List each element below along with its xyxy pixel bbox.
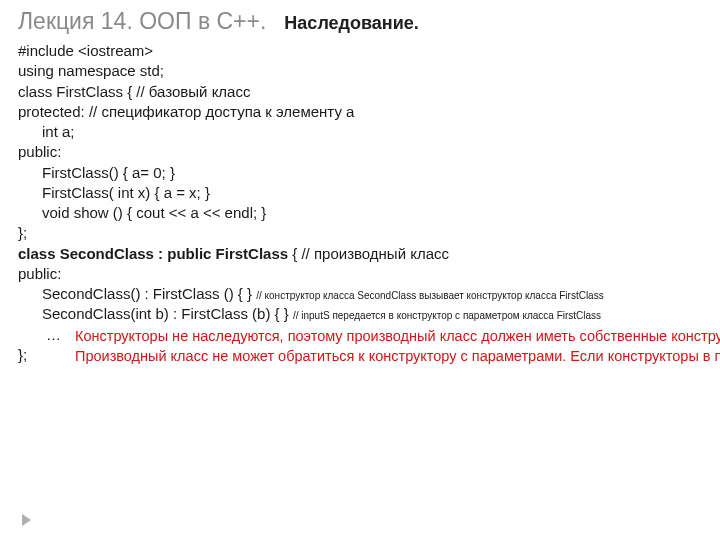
note-block: Конструкторы не наследуются, поэтому про…	[75, 325, 665, 369]
arrow-right-icon	[22, 514, 31, 526]
note-paragraph: Конструкторы не наследуются, поэтому про…	[75, 327, 665, 346]
code-text: { // производный класс	[288, 245, 449, 262]
title-row: Лекция 14. ООП в С++. Наследование.	[18, 8, 702, 35]
lecture-title: Лекция 14. ООП в С++.	[18, 8, 266, 35]
code-line: …	[18, 325, 61, 345]
code-comment-small: // конструктор класса SecondClass вызыва…	[256, 290, 603, 301]
code-line: int a;	[18, 122, 702, 142]
code-line: protected: // спецификатор доступа к эле…	[18, 102, 702, 122]
slide: Лекция 14. ООП в С++. Наследование. #inc…	[0, 0, 720, 540]
code-text-bold: class SecondClass : public FirstClass	[18, 245, 288, 262]
code-text: SecondClass() : FirstClass () { }	[42, 285, 256, 302]
code-comment: // спецификатор доступа к элементу а	[85, 103, 355, 120]
code-text: protected:	[18, 103, 85, 120]
code-line: class SecondClass : public FirstClass { …	[18, 244, 702, 264]
code-text: class FirstClass {	[18, 83, 132, 100]
code-block: #include <iostream> using namespace std;…	[18, 41, 702, 368]
code-line: SecondClass(int b) : FirstClass (b) { } …	[18, 304, 702, 324]
code-tail: … };	[18, 325, 61, 366]
code-comment: // базовый класс	[132, 83, 250, 100]
code-line: using namespace std;	[18, 61, 702, 81]
code-line: SecondClass() : FirstClass () { } // кон…	[18, 284, 702, 304]
bottom-row: … }; Конструкторы не наследуются, поэтом…	[18, 325, 702, 369]
note-paragraph: Производный класс не может обратиться к …	[75, 347, 665, 366]
lecture-subtitle: Наследование.	[284, 13, 418, 34]
code-comment-small: // inputS передается в конструктор с пар…	[293, 310, 601, 321]
code-line: FirstClass() { a= 0; }	[18, 163, 702, 183]
code-text: SecondClass(int b) : FirstClass (b) { }	[42, 305, 293, 322]
code-line: };	[18, 223, 702, 243]
code-line: FirstClass( int x) { a = x; }	[18, 183, 702, 203]
code-line: public:	[18, 264, 702, 284]
code-line: };	[18, 345, 61, 365]
code-line: class FirstClass { // базовый класс	[18, 82, 702, 102]
code-line: #include <iostream>	[18, 41, 702, 61]
code-line: void show () { cout << a << endl; }	[18, 203, 702, 223]
code-line: public:	[18, 142, 702, 162]
